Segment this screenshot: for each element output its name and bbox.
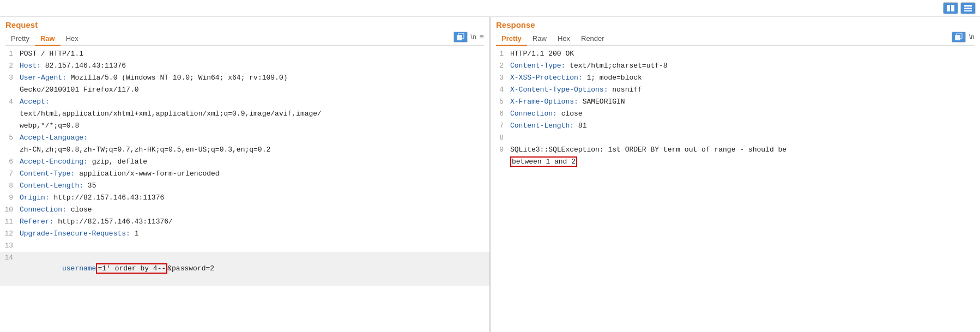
tab-response-hex[interactable]: Hex bbox=[552, 32, 576, 46]
table-row: 4 Accept: bbox=[0, 96, 489, 108]
table-row: 13 bbox=[0, 240, 489, 252]
table-row: 3 User-Agent: Mozilla/5.0 (Windows NT 10… bbox=[0, 72, 489, 84]
svg-rect-8 bbox=[955, 35, 960, 40]
table-row: 5 Accept-Language: bbox=[0, 132, 489, 144]
svg-rect-0 bbox=[947, 5, 950, 11]
table-row: text/html,application/xhtml+xml,applicat… bbox=[0, 108, 489, 120]
table-row: 8 bbox=[491, 132, 980, 144]
table-row: 1 POST / HTTP/1.1 bbox=[0, 48, 489, 60]
table-row: 7 Content-Length: 81 bbox=[491, 120, 980, 132]
table-row: 11 Referer: http://82.157.146.43:11376/ bbox=[0, 216, 489, 228]
tab-response-render[interactable]: Render bbox=[576, 32, 610, 46]
response-toolbar: \n bbox=[952, 32, 975, 45]
request-content: 1 POST / HTTP/1.1 2 Host: 82.157.146.43:… bbox=[0, 46, 489, 332]
tab-request-raw[interactable]: Raw bbox=[35, 32, 61, 46]
svg-rect-4 bbox=[964, 10, 972, 11]
table-row: 5 X-Frame-Options: SAMEORIGIN bbox=[491, 96, 980, 108]
table-row: 12 Upgrade-Insecure-Requests: 1 bbox=[0, 228, 489, 240]
request-copy-icon[interactable] bbox=[453, 32, 468, 43]
table-row: webp,*/*;q=0.8 bbox=[0, 120, 489, 132]
tab-request-pretty[interactable]: Pretty bbox=[5, 32, 35, 46]
svg-rect-6 bbox=[457, 35, 462, 40]
request-panel-header: Request Pretty Raw Hex \n ≡ bbox=[0, 17, 489, 46]
request-title: Request bbox=[5, 20, 484, 29]
svg-rect-3 bbox=[964, 8, 972, 9]
table-row: 1 HTTP/1.1 200 OK bbox=[491, 48, 980, 60]
table-row: 7 Content-Type: application/x-www-form-u… bbox=[0, 168, 489, 180]
response-newline-label: \n bbox=[969, 33, 975, 41]
response-title: Response bbox=[496, 20, 975, 29]
response-tabs: Pretty Raw Hex Render \n bbox=[496, 32, 975, 46]
tab-request-hex[interactable]: Hex bbox=[61, 32, 84, 46]
table-row: zh-CN,zh;q=0.8,zh-TW;q=0.7,zh-HK;q=0.5,e… bbox=[0, 144, 489, 156]
response-copy-icon[interactable] bbox=[952, 32, 966, 43]
username-value: =1' order by 4--&password=2 bbox=[96, 263, 214, 274]
response-error-line2: between 1 and 2 bbox=[491, 156, 980, 168]
response-error-line1: 9 SQLite3::SQLException: 1st ORDER BY te… bbox=[491, 144, 980, 156]
request-tabs: Pretty Raw Hex \n ≡ bbox=[5, 32, 484, 46]
layout-button-split[interactable] bbox=[943, 2, 958, 14]
svg-rect-2 bbox=[964, 5, 972, 7]
response-panel: Response Pretty Raw Hex Render \n bbox=[491, 17, 980, 332]
layout-button-list[interactable] bbox=[960, 2, 976, 14]
request-panel: Request Pretty Raw Hex \n ≡ bbox=[0, 17, 490, 332]
request-menu-icon[interactable]: ≡ bbox=[480, 33, 484, 41]
response-panel-header: Response Pretty Raw Hex Render \n bbox=[491, 17, 980, 46]
table-row: 3 X-XSS-Protection: 1; mode=block bbox=[491, 72, 980, 84]
table-row: 2 Host: 82.157.146.43:11376 bbox=[0, 60, 489, 72]
username-label: username bbox=[62, 264, 96, 273]
top-bar bbox=[0, 0, 980, 17]
table-row: 8 Content-Length: 35 bbox=[0, 180, 489, 192]
table-row: 2 Content-Type: text/html;charset=utf-8 bbox=[491, 60, 980, 72]
request-toolbar: \n ≡ bbox=[453, 32, 484, 45]
svg-rect-1 bbox=[951, 5, 954, 11]
tab-response-pretty[interactable]: Pretty bbox=[496, 32, 527, 46]
table-row: 10 Connection: close bbox=[0, 204, 489, 216]
request-body-line: 14 username=1' order by 4--&password=2 bbox=[0, 252, 489, 286]
table-row: 4 X-Content-Type-Options: nosniff bbox=[491, 84, 980, 96]
table-row: 6 Connection: close bbox=[491, 108, 980, 120]
table-row: 6 Accept-Encoding: gzip, deflate bbox=[0, 156, 489, 168]
table-row: 9 Origin: http://82.157.146.43:11376 bbox=[0, 192, 489, 204]
table-row: Gecko/20100101 Firefox/117.0 bbox=[0, 84, 489, 96]
response-content: 1 HTTP/1.1 200 OK 2 Content-Type: text/h… bbox=[491, 46, 980, 332]
tab-response-raw[interactable]: Raw bbox=[527, 32, 552, 46]
request-newline-label: \n bbox=[471, 33, 476, 41]
